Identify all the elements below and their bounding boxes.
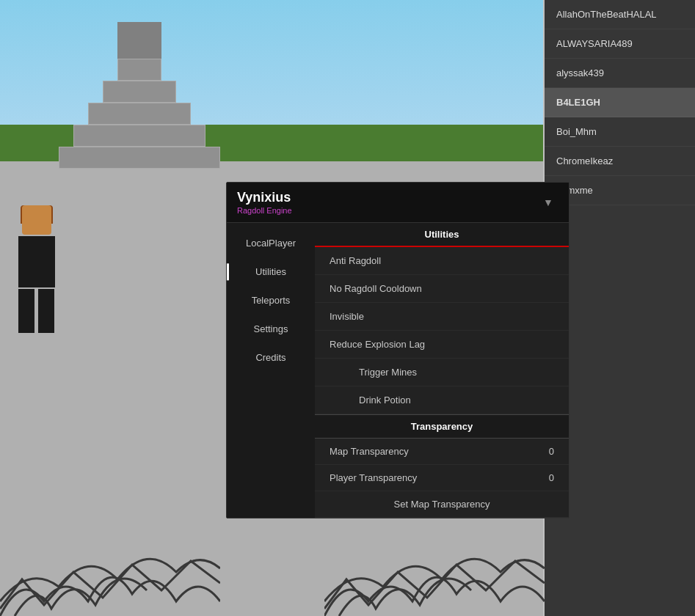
gui-title: Vynixius: [237, 190, 292, 205]
stairs: [59, 22, 220, 169]
gui-panel: Vynixius Ragdoll Engine ▼ LocalPlayer Ut…: [226, 182, 570, 518]
transparency-section-header: Transparency: [315, 414, 569, 439]
sidebar-item-teleports[interactable]: Teleports: [227, 286, 315, 315]
set-map-transparency-button[interactable]: Set Map Transparency: [315, 491, 569, 518]
char-leg-left: [18, 289, 34, 333]
map-transparency-label: Map Transparency: [330, 446, 409, 457]
drink-potion-item[interactable]: Drink Potion: [315, 386, 569, 414]
anti-ragdoll-item[interactable]: Anti Ragdoll: [315, 247, 569, 275]
gui-title-block: Vynixius Ragdoll Engine: [237, 190, 292, 215]
utilities-section-header: Utilities: [315, 223, 569, 247]
player-item[interactable]: AllahOnTheBeatHALAL: [545, 0, 695, 29]
player-transparency-row: Player Transparency 0: [315, 465, 569, 491]
ground-pattern-left: [0, 455, 220, 616]
trigger-mines-item[interactable]: Trigger Mines: [315, 359, 569, 386]
player-item[interactable]: ALWAYSARIA489: [545, 29, 695, 59]
gui-content: Utilities Anti Ragdoll No Ragdoll Cooldo…: [315, 223, 569, 518]
map-transparency-value: 0: [549, 446, 554, 457]
gui-header: Vynixius Ragdoll Engine ▼: [227, 183, 569, 223]
gui-close-button[interactable]: ▼: [538, 192, 558, 213]
no-ragdoll-cooldown-item[interactable]: No Ragdoll Cooldown: [315, 275, 569, 303]
char-leg-right: [38, 289, 54, 333]
reduce-explosion-lag-item[interactable]: Reduce Explosion Lag: [315, 331, 569, 359]
gui-subtitle: Ragdoll Engine: [237, 206, 292, 215]
gui-sidebar: LocalPlayer Utilities Teleports Settings…: [227, 223, 315, 518]
invisible-item[interactable]: Invisible: [315, 303, 569, 331]
sidebar-item-local-player[interactable]: LocalPlayer: [227, 229, 315, 257]
player-transparency-label: Player Transparency: [330, 472, 417, 483]
player-item[interactable]: Boi_Mhm: [545, 117, 695, 147]
player-item-highlighted[interactable]: B4LE1GH: [545, 88, 695, 117]
sidebar-item-settings[interactable]: Settings: [227, 315, 315, 343]
sidebar-item-utilities[interactable]: Utilities: [227, 257, 315, 286]
char-body: [18, 236, 55, 287]
gui-body: LocalPlayer Utilities Teleports Settings…: [227, 223, 569, 518]
character: [7, 205, 66, 337]
sidebar-item-credits[interactable]: Credits: [227, 343, 315, 372]
player-transparency-value: 0: [549, 472, 554, 483]
char-head: [22, 205, 51, 235]
player-item[interactable]: ChromeIkeaz: [545, 147, 695, 176]
map-transparency-row: Map Transparency 0: [315, 439, 569, 465]
player-item[interactable]: alyssak439: [545, 59, 695, 88]
